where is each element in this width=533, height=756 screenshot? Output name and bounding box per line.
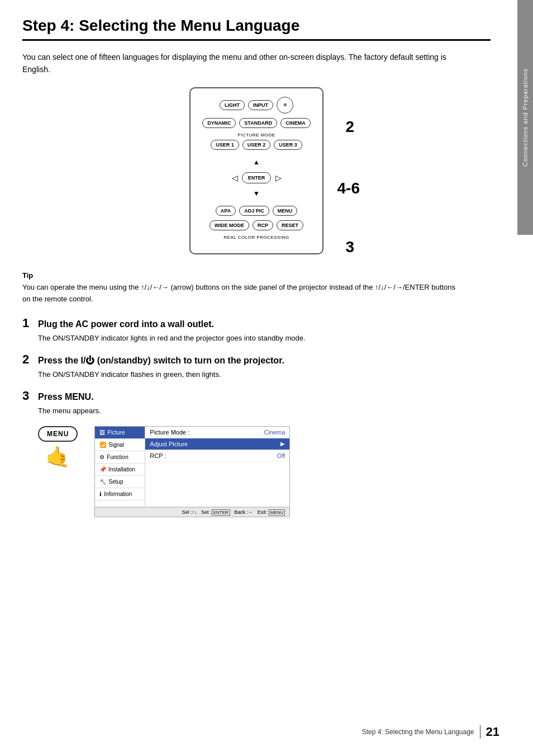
installation-label: Installation — [108, 466, 135, 472]
remote-row-3: USER 1 USER 2 USER 3 — [202, 140, 311, 150]
hand-icon: 🤙 — [45, 445, 70, 469]
input-button[interactable]: INPUT — [248, 100, 273, 110]
page-number: 21 — [486, 725, 499, 739]
function-icon: ⚙ — [99, 454, 104, 460]
menu-content-picture-mode: Picture Mode : Cinema — [145, 427, 289, 438]
menu-sidebar-function[interactable]: ⚙ Function — [95, 451, 145, 464]
menu-sidebar: 🖼 Picture 📶 Signal ⚙ Function 📌 — [95, 427, 145, 507]
side-tab: Connections and Preparations — [517, 0, 533, 235]
adj-pic-button[interactable]: ADJ PIC — [239, 206, 269, 216]
step-3-number: 3 — [22, 389, 32, 403]
information-icon: ℹ — [99, 491, 102, 497]
step-2-number: 2 — [22, 352, 32, 367]
dpad-left[interactable]: ◁ — [232, 173, 238, 182]
step-3-title: Press MENU. — [38, 392, 94, 402]
real-color-label: REAL COLOR PROCESSING — [202, 235, 311, 240]
step-label-3: 3 — [345, 238, 354, 256]
adjust-picture-label: Adjust Picture — [150, 441, 280, 447]
remote-body: LIGHT INPUT ⊕ DYNAMIC STANDARD CINEMA PI… — [189, 87, 323, 254]
signal-label: Signal — [108, 442, 124, 448]
enter-button[interactable]: ENTER — [242, 172, 272, 183]
menu-illustration: MENU 🤙 🖼 Picture 📶 Signal — [38, 426, 458, 517]
step-label-2: 2 — [345, 118, 354, 136]
setup-label: Setup — [108, 479, 123, 485]
standard-button[interactable]: STANDARD — [239, 118, 277, 128]
step-2-body: The ON/STANDBY indicator flashes in gree… — [38, 369, 458, 381]
menu-button-img: MENU 🤙 — [38, 426, 78, 469]
remote-diagram-container: LIGHT INPUT ⊕ DYNAMIC STANDARD CINEMA PI… — [22, 87, 491, 254]
wide-mode-button[interactable]: WIDE MODE — [210, 220, 249, 230]
picture-icon: 🖼 — [99, 429, 105, 436]
dpad-container: ▲ ◁ ENTER ▷ ▼ — [202, 154, 311, 201]
picture-mode-value: Cinema — [264, 429, 285, 436]
rcp-button[interactable]: RCP — [253, 220, 273, 230]
step-2-title: Press the I/⏻ (on/standby) switch to tur… — [38, 356, 284, 366]
remote-row-2: DYNAMIC STANDARD CINEMA — [202, 118, 311, 128]
dpad-right[interactable]: ▷ — [275, 173, 282, 182]
menu-content: Picture Mode : Cinema Adjust Picture ▶ R… — [145, 427, 289, 507]
reset-button[interactable]: RESET — [277, 220, 303, 230]
menu-footer: Sel :↑↓ Set :ENTER Back :← Exit :MENU — [95, 507, 289, 517]
step-3-body: The menu appears. — [38, 405, 458, 417]
tip-title: Tip — [22, 271, 458, 280]
rcp-label: RCP : — [150, 452, 277, 459]
signal-icon: 📶 — [99, 442, 106, 448]
dynamic-button[interactable]: DYNAMIC — [202, 118, 236, 128]
menu-sidebar-setup[interactable]: 🔧 Setup — [95, 476, 145, 488]
menu-btn-label[interactable]: MENU — [38, 426, 78, 442]
menu-content-adjust-picture[interactable]: Adjust Picture ▶ — [145, 438, 289, 450]
side-tab-text: Connections and Preparations — [522, 68, 529, 167]
menu-sidebar-installation[interactable]: 📌 Installation — [95, 464, 145, 476]
picture-label: Picture — [107, 429, 125, 436]
picture-mode-label: PICTURE MODE — [202, 133, 311, 138]
menu-button-remote[interactable]: MENU — [273, 206, 298, 216]
step-1-body: The ON/STANDBY indicator lights in red a… — [38, 333, 458, 344]
menu-sidebar-picture[interactable]: 🖼 Picture — [95, 427, 145, 439]
onscreen-menu: 🖼 Picture 📶 Signal ⚙ Function 📌 — [94, 426, 290, 517]
dpad: ▲ ◁ ENTER ▷ ▼ — [227, 154, 286, 201]
main-content: Step 4: Selecting the Menu Language You … — [0, 0, 513, 547]
step-3-section: 3 Press MENU. The menu appears. MENU 🤙 🖼… — [22, 389, 458, 517]
intro-text: You can select one of fifteen languages … — [22, 51, 458, 76]
step-1-number: 1 — [22, 316, 32, 330]
information-label: Information — [104, 491, 132, 497]
rcp-value: Off — [277, 452, 285, 459]
step-2-header: 2 Press the I/⏻ (on/standby) switch to t… — [22, 352, 458, 367]
menu-sidebar-information[interactable]: ℹ Information — [95, 488, 145, 500]
step-label-4-6: 4-6 — [337, 179, 360, 197]
dpad-down[interactable]: ▼ — [253, 190, 260, 197]
function-label: Function — [107, 454, 128, 460]
menu-content-rcp: RCP : Off — [145, 450, 289, 462]
apa-button[interactable]: APA — [216, 206, 236, 216]
tip-section: Tip You can operate the menu using the ↑… — [22, 271, 458, 305]
installation-icon: 📌 — [99, 466, 106, 472]
step-1-header: 1 Plug the AC power cord into a wall out… — [22, 316, 458, 330]
page-footer: Step 4: Selecting the Menu Language 21 — [362, 725, 499, 739]
user1-button[interactable]: USER 1 — [211, 140, 239, 150]
user3-button[interactable]: USER 3 — [274, 140, 302, 150]
light-button[interactable]: LIGHT — [220, 100, 245, 110]
dpad-up[interactable]: ▲ — [253, 158, 260, 166]
menu-sidebar-signal[interactable]: 📶 Signal — [95, 439, 145, 451]
step-3-header: 3 Press MENU. — [22, 389, 458, 403]
footer-divider — [480, 725, 480, 739]
adjust-picture-arrow: ▶ — [280, 441, 285, 447]
step-2-section: 2 Press the I/⏻ (on/standby) switch to t… — [22, 352, 458, 381]
remote-row-4: APA ADJ PIC MENU — [202, 206, 311, 216]
user2-button[interactable]: USER 2 — [242, 140, 271, 150]
cinema-button[interactable]: CINEMA — [280, 118, 311, 128]
remote-row-5: WIDE MODE RCP RESET — [202, 220, 311, 230]
step-1-title: Plug the AC power cord into a wall outle… — [38, 319, 214, 329]
setup-icon: 🔧 — [99, 479, 106, 485]
tip-text: You can operate the menu using the ↑/↓/←… — [22, 282, 458, 305]
remote-diagram-wrapper: LIGHT INPUT ⊕ DYNAMIC STANDARD CINEMA PI… — [189, 87, 323, 254]
step-1-section: 1 Plug the AC power cord into a wall out… — [22, 316, 458, 344]
remote-row-1: LIGHT INPUT ⊕ — [202, 97, 311, 114]
picture-mode-label-text: Picture Mode : — [150, 429, 264, 436]
menu-content-spacer — [145, 462, 289, 507]
footer-page-label: Step 4: Selecting the Menu Language — [362, 728, 474, 736]
page-title: Step 4: Selecting the Menu Language — [22, 17, 491, 41]
menu-main-row: 🖼 Picture 📶 Signal ⚙ Function 📌 — [95, 427, 289, 507]
scroll-wheel[interactable]: ⊕ — [277, 97, 293, 114]
